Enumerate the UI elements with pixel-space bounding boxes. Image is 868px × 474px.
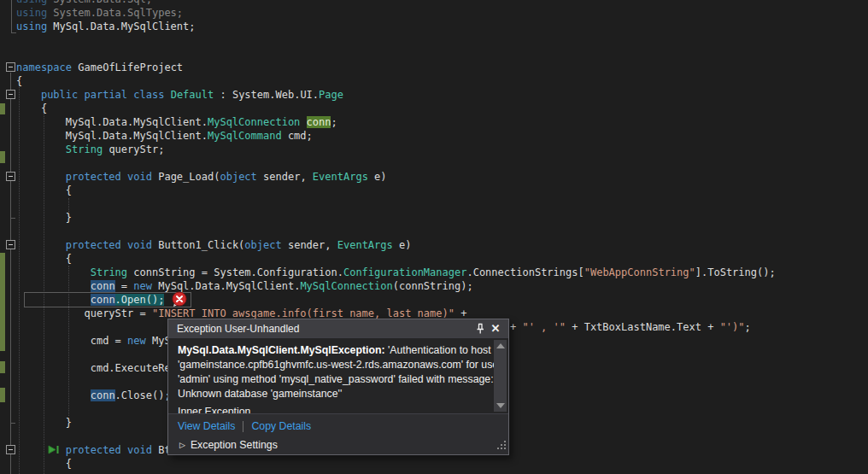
- scroll-up-icon[interactable]: [496, 343, 505, 348]
- change-bar: [0, 361, 5, 373]
- code-line[interactable]: using MySql.Data.MySqlClient;: [16, 20, 196, 33]
- code-line[interactable]: String connString = System.Configuration…: [16, 266, 776, 279]
- code-line[interactable]: using System.Data.SqlTypes;: [16, 6, 183, 20]
- collapse-box-icon[interactable]: [6, 62, 15, 72]
- code-line[interactable]: public partial class Default : System.We…: [16, 88, 343, 102]
- code-line[interactable]: using System.Data.Sql;: [16, 0, 152, 6]
- outline-tick-button1-end: [10, 423, 15, 424]
- code-line[interactable]: conn.Close();: [16, 389, 171, 402]
- code-line[interactable]: {: [16, 457, 72, 471]
- indent-guide: [68, 198, 69, 212]
- exception-settings-toggle[interactable]: ▷ Exception Settings: [179, 438, 278, 452]
- code-line[interactable]: {: [16, 102, 47, 115]
- collapse-box-icon[interactable]: [6, 240, 15, 249]
- code-line[interactable]: conn = new MySql.Data.MySqlClient.MySqlC…: [16, 279, 473, 293]
- using-block-outline: [11, 0, 12, 33]
- code-line[interactable]: protected void Bt: [16, 443, 171, 457]
- code-line[interactable]: cmd = new MyS: [16, 334, 171, 348]
- copy-details-link[interactable]: Copy Details: [251, 420, 311, 432]
- change-bar: [0, 151, 5, 163]
- change-bar: [0, 388, 5, 402]
- expand-triangle-icon: ▷: [179, 441, 185, 449]
- pin-icon[interactable]: [472, 321, 488, 336]
- change-bar: [0, 253, 5, 351]
- view-details-link[interactable]: View Details: [178, 420, 235, 432]
- collapse-box-icon[interactable]: [6, 172, 15, 181]
- exception-icon[interactable]: [171, 291, 188, 308]
- scrollbar[interactable]: [494, 340, 507, 412]
- exception-popup: Exception User-Unhandled ✕ MySql.Data.My…: [167, 319, 509, 455]
- collapse-box-icon[interactable]: [6, 90, 15, 99]
- link-divider: [243, 421, 243, 432]
- code-line[interactable]: {: [16, 252, 72, 266]
- code-line[interactable]: String queryStr;: [16, 143, 164, 156]
- code-editor: using System.Data.Sql;using System.Data.…: [0, 0, 868, 474]
- outline-line: [10, 73, 11, 474]
- run-arrow-icon[interactable]: [48, 445, 59, 455]
- code-line[interactable]: }: [16, 416, 72, 430]
- scroll-down-icon[interactable]: [496, 403, 505, 408]
- code-line[interactable]: MySql.Data.MySqlClient.MySqlConnection c…: [16, 115, 337, 129]
- outline-tick-pageload-end: [10, 218, 15, 219]
- code-line[interactable]: cmd.ExecuteRe: [16, 361, 171, 375]
- exception-popup-titlebar: Exception User-Unhandled ✕: [168, 319, 508, 337]
- code-line[interactable]: }: [16, 211, 72, 225]
- code-line[interactable]: {: [16, 184, 72, 197]
- exception-message-area: MySql.Data.MySqlClient.MySqlException: '…: [168, 337, 508, 414]
- collapse-box-icon[interactable]: [6, 445, 15, 454]
- code-line[interactable]: protected void Button1_Click(object send…: [16, 238, 411, 252]
- exception-settings-label: Exception Settings: [191, 439, 278, 451]
- code-line[interactable]: protected void Page_Load(object sender, …: [16, 170, 387, 184]
- close-icon[interactable]: ✕: [488, 321, 508, 336]
- code-line[interactable]: conn.Open();: [16, 293, 164, 307]
- code-line[interactable]: {: [16, 74, 22, 88]
- change-bar: [0, 103, 5, 114]
- exception-message: MySql.Data.MySqlClient.MySqlException: '…: [178, 343, 490, 414]
- exception-links: View Details Copy Details: [178, 419, 311, 433]
- resize-grip-icon[interactable]: [496, 440, 507, 453]
- code-line[interactable]: MySql.Data.MySqlClient.MySqlCommand cmd;: [16, 129, 313, 143]
- code-line[interactable]: namespace GameOfLifeProject: [16, 61, 183, 74]
- exception-popup-title: Exception User-Unhandled: [168, 323, 472, 335]
